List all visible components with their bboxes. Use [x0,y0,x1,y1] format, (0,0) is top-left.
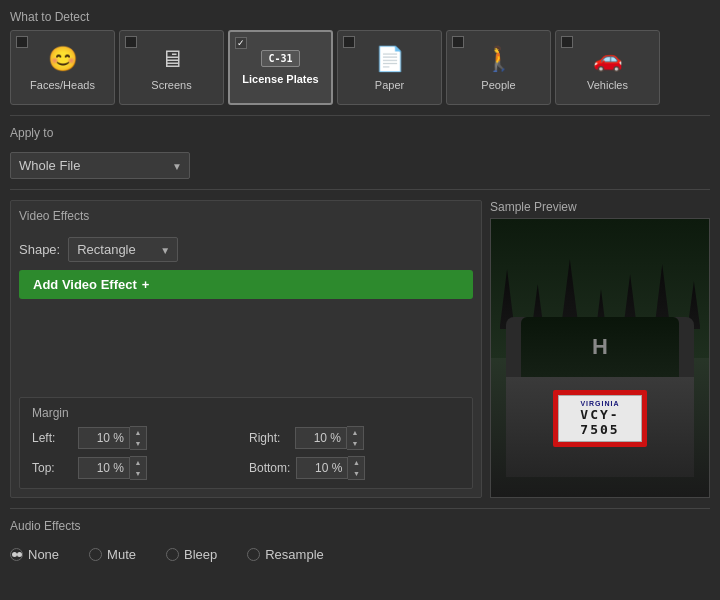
margin-right-input[interactable] [295,427,347,449]
shape-label: Shape: [19,242,60,257]
plate-number: VCY-7505 [567,407,633,437]
margin-left-input[interactable] [78,427,130,449]
faces-label: Faces/Heads [30,79,95,91]
video-effects-label: Video Effects [19,209,473,223]
margin-top-row: Top: ▲ ▼ [32,456,243,480]
margin-top-down[interactable]: ▼ [130,468,146,479]
sample-preview-label: Sample Preview [490,200,710,214]
faces-icon: 😊 [48,45,78,73]
margin-left-arrows: ▲ ▼ [130,426,147,450]
margin-left-label: Left: [32,431,72,445]
detect-item-vehicles[interactable]: 🚗 Vehicles [555,30,660,105]
checkbox-paper[interactable] [343,36,355,48]
radio-none-circle [10,548,23,561]
checkbox-vehicles[interactable] [561,36,573,48]
paper-icon: 📄 [375,45,405,73]
margin-left-down[interactable]: ▼ [130,438,146,449]
preview-panel: Sample Preview [490,200,710,498]
license-plate-icon: C-31 [261,50,299,67]
honda-logo: H [592,334,608,360]
shape-row: Shape: Rectangle Ellipse Blur ▼ [19,237,473,262]
effects-spacer [19,307,473,389]
add-effect-plus-icon: + [142,277,150,292]
detect-grid: 😊 Faces/Heads 🖥 Screens ✓ C-31 License P… [10,30,710,105]
license-plate-container: VIRGINIA VCY-7505 [553,390,647,447]
car-window: H [521,317,679,377]
add-effect-label: Add Video Effect [33,277,137,292]
detect-item-screens[interactable]: 🖥 Screens [119,30,224,105]
divider-1 [10,115,710,116]
checkbox-faces[interactable] [16,36,28,48]
people-icon: 🚶 [484,45,514,73]
paper-label: Paper [375,79,404,91]
content-row: Video Effects Shape: Rectangle Ellipse B… [10,200,710,498]
radio-resample-circle [247,548,260,561]
license-plate: VIRGINIA VCY-7505 [558,395,642,442]
margin-bottom-down[interactable]: ▼ [348,468,364,479]
margin-top-input[interactable] [78,457,130,479]
vehicles-label: Vehicles [587,79,628,91]
margin-bottom-input[interactable] [296,457,348,479]
margin-grid: Left: ▲ ▼ Right: [32,426,460,480]
car-scene: H VIRGINIA VCY-7505 [491,219,709,497]
margin-left-up[interactable]: ▲ [130,427,146,438]
margin-section: Margin Left: ▲ ▼ [19,397,473,489]
plate-state: VIRGINIA [567,400,633,407]
detect-item-license[interactable]: ✓ C-31 License Plates [228,30,333,105]
margin-bottom-label: Bottom: [249,461,290,475]
add-video-effect-button[interactable]: Add Video Effect + [19,270,473,299]
margin-right-up[interactable]: ▲ [347,427,363,438]
audio-option-none[interactable]: None [10,547,59,562]
margin-right-label: Right: [249,431,289,445]
license-label: License Plates [242,73,318,85]
margin-top-arrows: ▲ ▼ [130,456,147,480]
radio-resample-label: Resample [265,547,324,562]
what-to-detect-label: What to Detect [10,10,710,24]
vehicles-icon: 🚗 [593,45,623,73]
apply-to-section: Apply to Whole File Selection Current Fr… [10,126,710,179]
screens-label: Screens [151,79,191,91]
audio-option-mute[interactable]: Mute [89,547,136,562]
checkbox-screens[interactable] [125,36,137,48]
screens-icon: 🖥 [160,45,184,73]
apply-to-select-wrapper: Whole File Selection Current Frame ▼ [10,152,190,179]
checkbox-people[interactable] [452,36,464,48]
detect-item-paper[interactable]: 📄 Paper [337,30,442,105]
margin-left-spinner: ▲ ▼ [78,426,147,450]
checkbox-license[interactable]: ✓ [235,37,247,49]
car-back: H VIRGINIA VCY-7505 [506,317,694,477]
margin-label: Margin [32,406,460,420]
margin-right-arrows: ▲ ▼ [347,426,364,450]
apply-to-select[interactable]: Whole File Selection Current Frame [10,152,190,179]
margin-bottom-spinner: ▲ ▼ [296,456,365,480]
margin-bottom-arrows: ▲ ▼ [348,456,365,480]
margin-right-spinner: ▲ ▼ [295,426,364,450]
margin-top-label: Top: [32,461,72,475]
margin-bottom-row: Bottom: ▲ ▼ [249,456,460,480]
margin-top-spinner: ▲ ▼ [78,456,147,480]
radio-mute-label: Mute [107,547,136,562]
audio-effects-section: Audio Effects None Mute Bleep Resample [10,519,710,562]
margin-top-up[interactable]: ▲ [130,457,146,468]
preview-image: H VIRGINIA VCY-7505 [490,218,710,498]
detect-item-faces[interactable]: 😊 Faces/Heads [10,30,115,105]
margin-right-row: Right: ▲ ▼ [249,426,460,450]
margin-bottom-up[interactable]: ▲ [348,457,364,468]
video-effects-panel: Video Effects Shape: Rectangle Ellipse B… [10,200,482,498]
detect-item-people[interactable]: 🚶 People [446,30,551,105]
radio-bleep-label: Bleep [184,547,217,562]
audio-option-resample[interactable]: Resample [247,547,324,562]
radio-mute-circle [89,548,102,561]
shape-select-wrapper: Rectangle Ellipse Blur ▼ [68,237,178,262]
margin-left-row: Left: ▲ ▼ [32,426,243,450]
radio-none-label: None [28,547,59,562]
radio-bleep-circle [166,548,179,561]
divider-2 [10,189,710,190]
apply-to-label: Apply to [10,126,710,140]
audio-options: None Mute Bleep Resample [10,547,710,562]
audio-option-bleep[interactable]: Bleep [166,547,217,562]
audio-effects-label: Audio Effects [10,519,710,533]
people-label: People [481,79,515,91]
shape-select[interactable]: Rectangle Ellipse Blur [68,237,178,262]
margin-right-down[interactable]: ▼ [347,438,363,449]
